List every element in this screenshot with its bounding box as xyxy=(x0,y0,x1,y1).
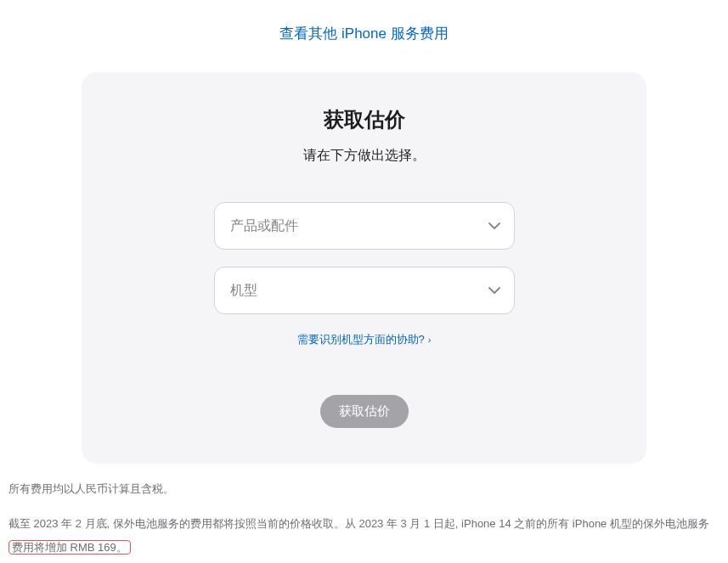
footer-note-text: 截至 2023 年 2 月底, 保外电池服务的费用都将按照当前的价格收取。从 2… xyxy=(8,517,709,530)
other-services-link[interactable]: 查看其他 iPhone 服务费用 xyxy=(279,25,448,42)
footer-tax-note: 所有费用均以人民币计算且含税。 xyxy=(8,481,718,498)
estimate-card: 获取估价 请在下方做出选择。 产品或配件 机型 需要识别机型方面的协助?› 获取… xyxy=(82,72,646,464)
card-title: 获取估价 xyxy=(133,106,595,133)
chevron-right-icon: › xyxy=(428,335,432,345)
chevron-down-icon xyxy=(488,287,500,294)
get-estimate-button[interactable]: 获取估价 xyxy=(320,395,409,428)
identify-model-help-link[interactable]: 需要识别机型方面的协助?› xyxy=(297,333,432,346)
model-select[interactable]: 机型 xyxy=(214,267,515,314)
product-select-wrapper: 产品或配件 xyxy=(214,202,515,250)
chevron-down-icon xyxy=(488,222,500,229)
product-select-placeholder: 产品或配件 xyxy=(230,217,298,235)
top-link-container: 查看其他 iPhone 服务费用 xyxy=(0,0,728,60)
help-link-text: 需要识别机型方面的协助? xyxy=(297,333,425,346)
price-increase-highlight: 费用将增加 RMB 169。 xyxy=(8,540,131,555)
model-select-wrapper: 机型 xyxy=(214,267,515,314)
footer-price-note: 截至 2023 年 2 月底, 保外电池服务的费用都将按照当前的价格收取。从 2… xyxy=(8,512,718,560)
help-link-container: 需要识别机型方面的协助?› xyxy=(133,331,595,347)
footer-container: 所有费用均以人民币计算且含税。 截至 2023 年 2 月底, 保外电池服务的费… xyxy=(8,481,718,560)
product-select[interactable]: 产品或配件 xyxy=(214,202,515,250)
model-select-placeholder: 机型 xyxy=(230,282,257,300)
card-subtitle: 请在下方做出选择。 xyxy=(133,147,595,165)
